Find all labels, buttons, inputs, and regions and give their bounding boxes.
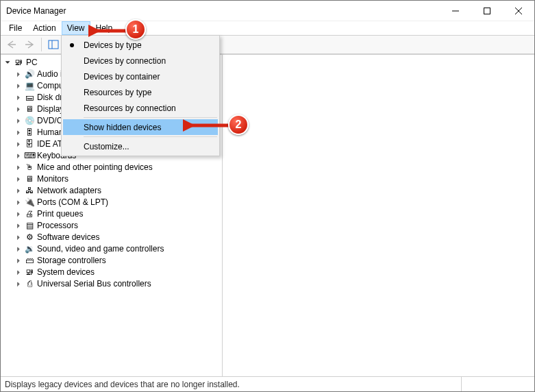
disk-icon: 🖴 — [24, 92, 35, 103]
computer-icon: 💻 — [24, 80, 35, 91]
display-icon: 🖥 — [24, 103, 35, 114]
print-icon: 🖨 — [24, 208, 35, 219]
pc-icon: 🖳 — [13, 57, 24, 68]
tree-node-label: Software devices — [37, 232, 99, 242]
ide-icon: 🗄 — [24, 138, 35, 149]
svg-rect-1 — [484, 8, 490, 14]
close-button[interactable] — [503, 1, 534, 21]
menuitem-devices-by-container[interactable]: Devices by container — [63, 69, 218, 84]
tree-node-label: Mice and other pointing devices — [37, 162, 153, 172]
chevron-right-icon[interactable]: ⏵ — [14, 245, 23, 253]
chevron-right-icon[interactable]: ⏵ — [14, 256, 23, 265]
menuitem-label: Devices by container — [84, 72, 160, 82]
tree-node-label: Print queues — [37, 209, 83, 219]
titlebar: Device Manager — [1, 1, 534, 21]
menubar: FileActionViewHelp — [1, 21, 534, 35]
menuitem-label: Resources by connection — [84, 103, 176, 113]
window-buttons — [440, 1, 534, 21]
forward-button[interactable] — [21, 37, 38, 52]
view-dropdown-menu: Devices by typeDevices by connectionDevi… — [61, 35, 220, 156]
right-pane — [223, 55, 534, 376]
annotation-badge-1: 1 — [125, 19, 146, 40]
ports-icon: 🔌 — [24, 197, 35, 208]
usb-icon: ⎙ — [24, 278, 35, 289]
toolbar-divider — [41, 38, 42, 51]
back-button[interactable] — [3, 37, 20, 52]
tree-node[interactable]: ⏵🖧Network adapters — [14, 184, 222, 196]
menu-action[interactable]: Action — [27, 21, 61, 35]
tree-node[interactable]: ⏵⎙Universal Serial Bus controllers — [14, 278, 222, 289]
menuitem-label: Resources by type — [84, 88, 151, 97]
menuitem-label: Devices by connection — [84, 56, 166, 66]
chevron-right-icon[interactable]: ⏵ — [14, 117, 23, 125]
monitor-icon: 🖥 — [24, 173, 35, 184]
radio-dot-icon — [70, 43, 74, 47]
chevron-right-icon[interactable]: ⏵ — [14, 268, 23, 276]
processor-icon: ▤ — [24, 220, 35, 231]
chevron-right-icon[interactable]: ⏵ — [14, 280, 23, 288]
chevron-right-icon[interactable]: ⏵ — [14, 151, 23, 160]
menuitem-devices-by-connection[interactable]: Devices by connection — [63, 53, 218, 69]
tree-node[interactable]: ⏵🖳System devices — [14, 266, 222, 278]
chevron-right-icon[interactable]: ⏵ — [14, 105, 23, 113]
show-console-tree-button[interactable] — [45, 37, 62, 52]
chevron-right-icon[interactable]: ⏵ — [14, 221, 23, 230]
chevron-right-icon[interactable]: ⏵ — [14, 82, 23, 90]
maximize-button[interactable] — [471, 1, 503, 21]
chevron-right-icon[interactable]: ⏵ — [14, 233, 23, 241]
menu-view[interactable]: View — [62, 21, 90, 35]
audio-icon: 🔊 — [24, 69, 35, 79]
tree-node[interactable]: ⏵🔌Ports (COM & LPT) — [14, 196, 222, 208]
tree-node-label: Sound, video and game controllers — [37, 244, 164, 254]
menuitem-label: Show hidden devices — [84, 123, 161, 132]
tree-node[interactable]: ⏵🔉Sound, video and game controllers — [14, 243, 222, 254]
chevron-right-icon[interactable]: ⏵ — [14, 210, 23, 218]
menuitem-resources-by-connection[interactable]: Resources by connection — [63, 100, 218, 116]
tree-node-label: Storage controllers — [37, 256, 106, 265]
tree-node[interactable]: ⏵⚙Software devices — [14, 231, 222, 243]
software-icon: ⚙ — [24, 232, 35, 243]
tree-node[interactable]: ⏵🖨Print queues — [14, 208, 222, 219]
chevron-right-icon[interactable]: ⏵ — [14, 186, 23, 195]
menuitem-devices-by-type[interactable]: Devices by type — [63, 37, 218, 53]
tree-node[interactable]: ⏵🗃Storage controllers — [14, 254, 222, 266]
tree-node[interactable]: ⏵▤Processors — [14, 219, 222, 231]
network-icon: 🖧 — [24, 185, 35, 196]
window-title: Device Manager — [6, 6, 440, 16]
tree-node-label: Monitors — [37, 174, 69, 184]
maximize-icon — [484, 8, 490, 14]
mouse-icon: 🖱 — [24, 162, 35, 173]
minimize-icon — [452, 8, 459, 14]
tree-node[interactable]: ⏵🖱Mice and other pointing devices — [14, 161, 222, 173]
tree-node-label: Processors — [37, 221, 78, 230]
annotation-badge-1-label: 1 — [133, 23, 139, 36]
chevron-right-icon[interactable]: ⏵ — [14, 128, 23, 136]
tree-node-label: System devices — [37, 267, 95, 277]
chevron-down-icon[interactable]: ⏷ — [3, 58, 12, 66]
status-bar: Displays legacy devices and devices that… — [1, 376, 534, 391]
chevron-right-icon[interactable]: ⏵ — [14, 163, 23, 171]
menuitem-label: Devices by type — [84, 40, 142, 50]
tree-node[interactable]: ⏵🖥Monitors — [14, 173, 222, 184]
menuitem-resources-by-type[interactable]: Resources by type — [63, 84, 218, 100]
status-empty-cell — [462, 377, 530, 391]
chevron-right-icon[interactable]: ⏵ — [14, 93, 23, 101]
annotation-arrow-1 — [88, 23, 129, 39]
chevron-right-icon[interactable]: ⏵ — [14, 140, 23, 148]
tree-node-label: Ports (COM & LPT) — [37, 197, 108, 207]
annotation-badge-2: 2 — [228, 114, 249, 135]
tree-node-label: Network adapters — [37, 186, 101, 195]
menu-file[interactable]: File — [3, 21, 27, 35]
menuitem-customize[interactable]: Customize... — [63, 138, 218, 154]
minimize-button[interactable] — [440, 1, 471, 21]
chevron-right-icon[interactable]: ⏵ — [14, 70, 23, 78]
menuitem-label: Customize... — [84, 142, 129, 151]
forward-arrow-icon — [24, 40, 35, 49]
system-icon: 🖳 — [24, 267, 35, 278]
keyboard-icon: ⌨ — [24, 150, 35, 161]
menu-separator — [84, 136, 217, 137]
chevron-right-icon[interactable]: ⏵ — [14, 198, 23, 206]
annotation-arrow-2 — [183, 119, 232, 132]
chevron-right-icon[interactable]: ⏵ — [14, 175, 23, 183]
sound-icon: 🔉 — [24, 243, 35, 254]
